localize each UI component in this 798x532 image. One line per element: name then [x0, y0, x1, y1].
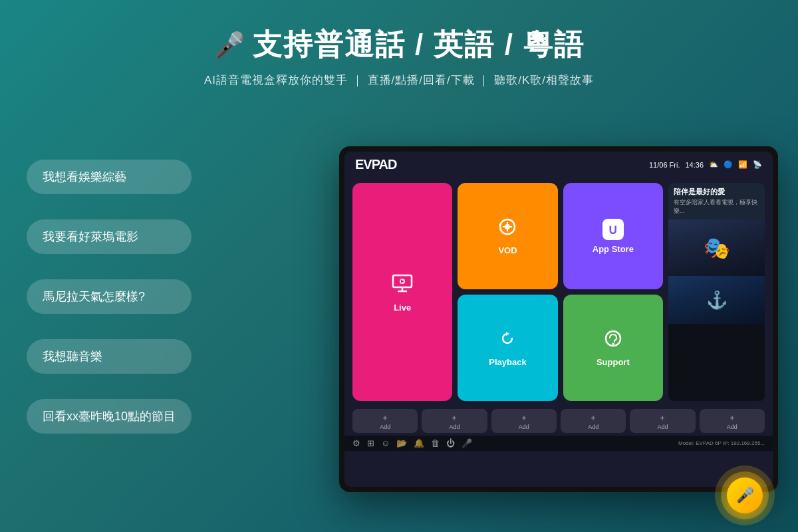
voice-mic-icon: 🎤	[736, 487, 754, 504]
signal-icon: 📡	[753, 160, 762, 169]
weather-icon: ⛅	[709, 160, 718, 169]
vod-icon	[497, 217, 517, 241]
add-icon-5: ＋	[658, 412, 666, 424]
screen-footer: ⚙ ⊞ ☺ 📂 🔔 🗑 ⏻ 🎤 Model: EVPAD 6P IP: 192.…	[344, 436, 773, 451]
voice-ripple-mid: 🎤	[721, 471, 769, 519]
add-icon-6: ＋	[728, 412, 736, 424]
appstore-label: App Store	[593, 244, 634, 254]
svg-marker-11	[506, 332, 509, 336]
vod-label: VOD	[498, 245, 517, 255]
apps-icon[interactable]: ⊞	[367, 438, 374, 448]
add-label-2: Add	[449, 424, 460, 430]
chat-bubbles-container: 我想看娛樂綜藝 我要看好萊塢電影 馬尼拉天氣怎麼樣? 我想聽音樂 回看xx臺昨晚…	[27, 160, 192, 434]
header-subtitle: AI語音電視盒釋放你的雙手 ｜ 直播/點播/回看/下載 ｜ 聽歌/K歌/相聲故事	[0, 72, 798, 88]
settings-icon[interactable]: ⚙	[352, 438, 360, 448]
add-label-4: Add	[588, 424, 598, 430]
trash-icon[interactable]: 🗑	[431, 438, 440, 448]
now-playing-title: 陪伴是最好的愛	[674, 187, 759, 197]
add-btn-2[interactable]: ＋ Add	[422, 409, 487, 433]
bluetooth-icon: 🔵	[724, 160, 733, 169]
evpad-logo: EVPAD	[355, 157, 396, 172]
mic-icon: 🎤	[213, 31, 246, 60]
app-grid: Live	[352, 183, 663, 401]
add-icon-3: ＋	[520, 412, 528, 424]
add-btn-4[interactable]: ＋ Add	[561, 409, 626, 433]
appstore-icon: ∪	[602, 219, 624, 240]
now-playing-thumbnail: 🎭	[668, 219, 765, 276]
folder-icon[interactable]: 📂	[396, 438, 407, 448]
support-icon	[603, 329, 623, 353]
support-tile[interactable]: Support	[563, 295, 663, 401]
add-btn-5[interactable]: ＋ Add	[630, 409, 695, 433]
add-label-1: Add	[380, 424, 390, 430]
power-icon[interactable]: ⏻	[446, 438, 455, 448]
header-title: 🎤 支持普通話 / 英語 / 粵語	[0, 25, 798, 65]
wifi-icon: 📶	[738, 160, 747, 169]
bubble-1: 我想看娛樂綜藝	[27, 160, 192, 194]
now-playing-header: 陪伴是最好的愛 有空多陪家人看看電視，極享快樂...	[668, 183, 765, 219]
face-icon[interactable]: ☺	[381, 438, 390, 448]
svg-point-13	[612, 343, 614, 345]
appstore-tile[interactable]: ∪ App Store	[563, 183, 663, 289]
live-tile[interactable]: Live	[352, 183, 452, 401]
playback-icon	[497, 329, 517, 353]
add-btn-6[interactable]: ＋ Add	[700, 409, 765, 433]
add-label-3: Add	[519, 424, 529, 430]
pad-text: PAD	[372, 157, 397, 172]
add-row: ＋ Add ＋ Add ＋ Add ＋ Add ＋ Add	[344, 406, 773, 436]
playback-label: Playback	[489, 357, 526, 367]
bubble-5: 回看xx臺昨晚10點的節目	[27, 399, 192, 434]
add-icon-2: ＋	[450, 412, 458, 424]
add-icon-1: ＋	[381, 412, 389, 424]
thumbnail-art-2: ⚓	[706, 290, 728, 311]
date-display: 11/06 Fri.	[649, 161, 680, 169]
support-label: Support	[597, 357, 630, 367]
voice-ripple-outer: 🎤	[715, 466, 775, 525]
bell-icon[interactable]: 🔔	[414, 438, 424, 448]
svg-point-6	[505, 224, 510, 229]
now-playing-panel: 陪伴是最好的愛 有空多陪家人看看電視，極享快樂... 🎭 ⚓	[668, 183, 765, 401]
ev-text: EV	[355, 157, 372, 172]
time-display: 14:36	[685, 161, 704, 169]
vod-tile[interactable]: VOD	[458, 183, 557, 289]
add-icon-4: ＋	[589, 412, 597, 424]
playback-tile[interactable]: Playback	[458, 295, 557, 401]
bubble-3: 馬尼拉天氣怎麼樣?	[27, 279, 192, 314]
tv-screen: EVPAD 11/06 Fri. 14:36 ⛅ 🔵 📶 📡	[344, 152, 773, 487]
tv-frame: EVPAD 11/06 Fri. 14:36 ⛅ 🔵 📶 📡	[339, 146, 778, 492]
bubble-4: 我想聽音樂	[27, 339, 192, 374]
add-label-5: Add	[657, 424, 668, 430]
footer-icons: ⚙ ⊞ ☺ 📂 🔔 🗑 ⏻ 🎤	[352, 438, 472, 448]
live-label: Live	[394, 303, 411, 313]
add-btn-3[interactable]: ＋ Add	[491, 409, 557, 433]
thumbnail-art: 🎭	[704, 235, 730, 261]
screen-header: EVPAD 11/06 Fri. 14:36 ⛅ 🔵 📶 📡	[344, 152, 773, 178]
bubble-2: 我要看好萊塢電影	[27, 219, 192, 254]
device-info: Model: EVPAD 6P IP: 192.168.255...	[678, 440, 765, 446]
mic-footer-icon[interactable]: 🎤	[462, 438, 472, 448]
header: 🎤 支持普通話 / 英語 / 粵語 AI語音電視盒釋放你的雙手 ｜ 直播/點播/…	[0, 0, 798, 88]
add-label-6: Add	[727, 424, 737, 430]
voice-button[interactable]: 🎤	[727, 477, 763, 513]
now-playing-subtitle: 有空多陪家人看看電視，極享快樂...	[674, 198, 759, 215]
live-icon	[391, 271, 414, 299]
screen-body: Live	[344, 178, 773, 406]
now-playing-thumbnail-2: ⚓	[668, 276, 765, 324]
tv-container: EVPAD 11/06 Fri. 14:36 ⛅ 🔵 📶 📡	[339, 146, 778, 492]
screen-status: 11/06 Fri. 14:36 ⛅ 🔵 📶 📡	[649, 160, 762, 169]
add-btn-1[interactable]: ＋ Add	[352, 409, 418, 433]
